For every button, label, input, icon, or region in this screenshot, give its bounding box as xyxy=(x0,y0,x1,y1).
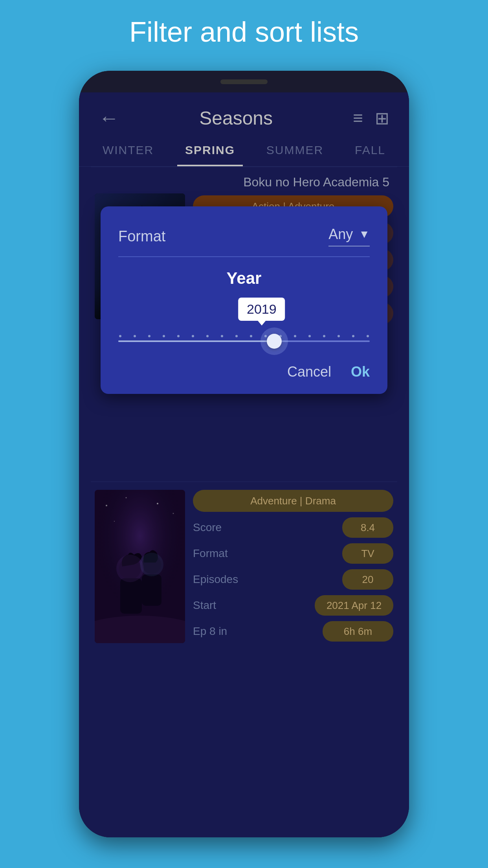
ok-button[interactable]: Ok xyxy=(351,364,370,380)
slider-dot xyxy=(148,335,150,337)
modal-buttons: Cancel Ok xyxy=(118,352,370,380)
slider-dot xyxy=(308,335,311,337)
slider-dot xyxy=(294,335,296,337)
filter-modal: Format Any ▼ Year 2019 xyxy=(101,206,387,394)
phone-frame: ← Seasons ≡ ⊞ WINTER SPRING SUMMER FALL xyxy=(79,71,409,837)
year-slider[interactable] xyxy=(118,329,370,348)
format-value: Any xyxy=(328,226,353,243)
slider-dot xyxy=(206,335,209,337)
format-row: Format Any ▼ xyxy=(118,220,370,252)
slider-dots-row xyxy=(118,335,370,337)
slider-dot xyxy=(250,335,252,337)
slider-dot xyxy=(163,335,165,337)
slider-dot xyxy=(134,335,136,337)
cancel-button[interactable]: Cancel xyxy=(287,364,331,380)
year-tooltip-container: 2019 xyxy=(118,298,370,325)
slider-dot xyxy=(235,335,238,337)
phone-speaker xyxy=(220,79,268,84)
dropdown-arrow-icon: ▼ xyxy=(359,228,370,241)
year-label: Year xyxy=(118,269,370,288)
format-dropdown[interactable]: Any ▼ xyxy=(328,226,370,246)
slider-dot xyxy=(323,335,325,337)
slider-dot xyxy=(264,335,267,337)
slider-track xyxy=(118,340,370,342)
phone-screen: ← Seasons ≡ ⊞ WINTER SPRING SUMMER FALL xyxy=(79,92,409,837)
format-label: Format xyxy=(118,228,165,245)
slider-dot xyxy=(352,335,354,337)
modal-divider xyxy=(118,256,370,257)
header-title: Filter and sort lists xyxy=(129,16,359,48)
slider-fill xyxy=(118,340,274,342)
slider-dot xyxy=(192,335,194,337)
tooltip-arrow xyxy=(258,321,266,326)
slider-dot xyxy=(221,335,223,337)
page-header: Filter and sort lists xyxy=(0,16,488,48)
phone-top-bar xyxy=(79,71,409,92)
slider-dot xyxy=(177,335,180,337)
slider-dot xyxy=(367,335,369,337)
year-section: Year 2019 xyxy=(118,261,370,352)
slider-thumb[interactable] xyxy=(267,334,282,349)
year-tooltip: 2019 xyxy=(238,298,285,321)
slider-dot xyxy=(338,335,340,337)
slider-dot xyxy=(119,335,121,337)
modal-backdrop[interactable] xyxy=(79,92,409,837)
